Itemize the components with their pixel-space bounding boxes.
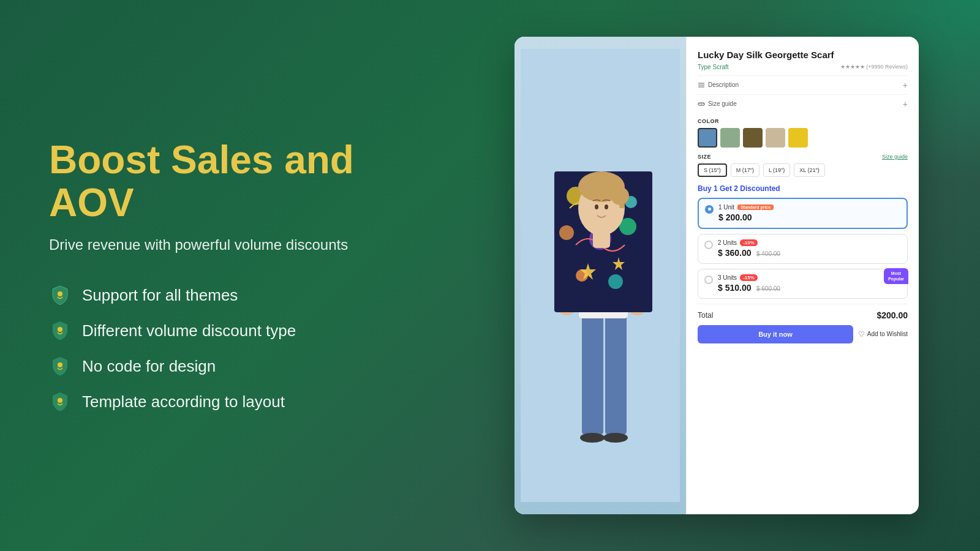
volume-units-3: 3 Units [718, 274, 737, 281]
svg-rect-5 [582, 312, 603, 435]
total-value: $200.00 [876, 310, 908, 320]
size-label: SIZE [698, 154, 711, 160]
feature-item-4: Template according to layout [49, 391, 429, 413]
shield-icon-2 [49, 320, 71, 342]
most-popular-badge: MostPopular [884, 268, 908, 284]
product-type: Type Scraft [698, 64, 729, 70]
feature-item-1: Support for all themes [49, 284, 429, 306]
product-details: Lucky Day Silk Georgette Scarf Type Scra… [686, 37, 919, 514]
volume-units-1: 1 Unit [718, 204, 734, 211]
svg-point-7 [580, 433, 605, 443]
color-swatches [698, 128, 908, 148]
svg-point-18 [559, 225, 574, 240]
size-options: S (15") M (17") L (19") XL (21") [698, 163, 908, 177]
feature-label-1: Support for all themes [82, 286, 238, 305]
radio-3 [704, 276, 713, 284]
feature-label-2: Different volume discount type [82, 321, 296, 340]
buy-now-button[interactable]: Buy it now [698, 325, 853, 343]
size-guide-label: Size guide [698, 100, 737, 108]
svg-point-30 [605, 204, 608, 209]
total-row: Total $200.00 [698, 304, 908, 325]
volume-option-2[interactable]: 2 Units -10% $ 360.00 $ 400.00 [698, 234, 908, 264]
size-guide-row[interactable]: Size guide + [698, 94, 908, 113]
description-row[interactable]: Description + [698, 75, 908, 94]
svg-point-3 [58, 398, 62, 403]
feature-item-3: No code for design [49, 355, 429, 377]
volume-title: Buy 1 Get 2 Discounted [698, 184, 908, 193]
volume-section: Buy 1 Get 2 Discounted 1 Unit Standard p… [698, 184, 908, 299]
volume-price-2: $ 360.00 [718, 248, 752, 258]
volume-option-1[interactable]: 1 Unit Standard price $ 200.00 [698, 198, 908, 229]
browser-card: Lucky Day Silk Georgette Scarf Type Scra… [514, 37, 919, 514]
volume-price-row-3: $ 510.00 $ 600.00 [718, 282, 901, 293]
size-section: SIZE Size guide S (15") M (17") L (19") … [698, 154, 908, 177]
product-image-bg [514, 37, 686, 514]
discount-badge-3: -15% [740, 274, 758, 281]
hero-title: Boost Sales and AOV [49, 138, 429, 225]
action-buttons: Buy it now ♡ Add to Wishlist [698, 325, 908, 343]
total-label: Total [698, 311, 713, 320]
volume-original-2: $ 400.00 [756, 250, 780, 257]
volume-units-2: 2 Units [718, 239, 737, 246]
volume-info-1: 1 Unit Standard price $ 200.00 [718, 204, 900, 223]
color-swatch-yellow[interactable] [788, 128, 808, 148]
star-rating: ★★★★★ (+9990 Reviews) [840, 64, 908, 70]
svg-rect-6 [605, 312, 627, 435]
hero-subtitle: Drive revenue with powerful volume disco… [49, 236, 429, 253]
color-swatch-brown[interactable] [743, 128, 763, 148]
volume-info-3: 3 Units -15% $ 510.00 $ 600.00 [718, 274, 901, 293]
size-btn-s[interactable]: S (15") [698, 163, 727, 177]
size-header: SIZE Size guide [698, 154, 908, 160]
ruler-icon [698, 100, 705, 108]
volume-option-3[interactable]: 3 Units -15% $ 510.00 $ 600.00 MostPopul… [698, 269, 908, 299]
color-swatch-tan[interactable] [766, 128, 785, 148]
svg-point-0 [58, 291, 62, 296]
size-btn-xl[interactable]: XL (21") [794, 163, 824, 177]
svg-point-22 [608, 274, 623, 289]
color-swatch-blue[interactable] [698, 128, 717, 148]
add-to-wishlist-button[interactable]: ♡ Add to Wishlist [858, 330, 908, 339]
feature-label-3: No code for design [82, 357, 216, 376]
shield-icon-1 [49, 284, 71, 306]
volume-price-row-2: $ 360.00 $ 400.00 [718, 247, 901, 258]
product-illustration [521, 49, 680, 502]
size-guide-link[interactable]: Size guide [882, 154, 908, 160]
svg-point-28 [611, 187, 629, 205]
svg-point-1 [58, 327, 62, 332]
radio-1 [705, 205, 714, 214]
feature-item-2: Different volume discount type [49, 320, 429, 342]
features-list: Support for all themes Different volume … [49, 284, 429, 413]
radio-2 [704, 241, 713, 249]
volume-price-3: $ 510.00 [718, 283, 752, 293]
volume-units-row-1: 1 Unit Standard price [718, 204, 900, 211]
volume-units-row-2: 2 Units -10% [718, 239, 901, 246]
color-section: COLOR [698, 118, 908, 148]
shield-icon-3 [49, 355, 71, 377]
product-meta: Type Scraft ★★★★★ (+9990 Reviews) [698, 64, 908, 70]
product-image-section [514, 37, 686, 514]
description-expand-btn[interactable]: + [903, 80, 908, 90]
svg-point-2 [58, 362, 62, 367]
description-label: Description [698, 81, 739, 89]
discount-badge-2: -10% [740, 239, 758, 246]
right-panel: Lucky Day Silk Georgette Scarf Type Scra… [478, 12, 980, 539]
volume-units-row-3: 3 Units -15% [718, 274, 901, 281]
color-swatch-green[interactable] [720, 128, 740, 148]
svg-point-8 [603, 433, 628, 443]
color-label: COLOR [698, 118, 908, 124]
left-panel: Boost Sales and AOV Drive revenue with p… [0, 102, 478, 450]
review-count: (+9990 Reviews) [866, 64, 908, 70]
shield-icon-4 [49, 391, 71, 413]
menu-icon [698, 81, 705, 89]
volume-info-2: 2 Units -10% $ 360.00 $ 400.00 [718, 239, 901, 258]
size-btn-m[interactable]: M (17") [731, 163, 760, 177]
feature-label-4: Template according to layout [82, 392, 285, 411]
size-guide-expand-btn[interactable]: + [903, 99, 908, 109]
wishlist-label: Add to Wishlist [867, 331, 908, 337]
standard-price-badge: Standard price [737, 204, 774, 210]
size-btn-l[interactable]: L (19") [763, 163, 790, 177]
volume-original-3: $ 600.00 [756, 285, 780, 292]
product-title: Lucky Day Silk Georgette Scarf [698, 49, 908, 61]
volume-price-1: $ 200.00 [718, 212, 900, 223]
svg-point-29 [595, 204, 598, 209]
